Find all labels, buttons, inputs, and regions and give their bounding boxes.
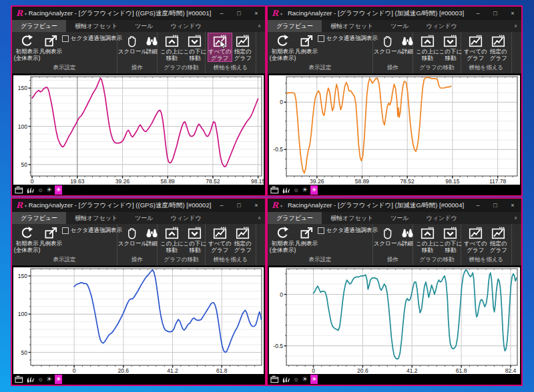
brightness-low-icon[interactable]: ☼ (37, 185, 43, 195)
export-window-icon[interactable] (270, 186, 279, 194)
maximize-button[interactable]: □ (230, 10, 248, 17)
tab-tools[interactable]: ツール (126, 212, 162, 224)
minimize-button[interactable]: – (213, 10, 230, 17)
align-all-graphs-button[interactable]: すべてのグラフ (208, 225, 232, 253)
export-window-icon[interactable] (15, 375, 23, 383)
tab-graph-view[interactable]: グラフビュー (268, 20, 322, 32)
maximize-button[interactable]: □ (487, 202, 504, 209)
tab-graph-view[interactable]: グラフビュー (12, 212, 66, 224)
app-logo-icon[interactable]: R (16, 201, 23, 210)
app-logo-icon[interactable]: R (16, 9, 23, 18)
sector-highlight-checkbox[interactable]: セクタ通過強調表示 (62, 35, 122, 43)
tab-tools[interactable]: ツール (382, 20, 417, 32)
scroll-button[interactable]: スクロール (120, 225, 145, 247)
brightness-mid-icon[interactable]: ☀ (46, 375, 52, 384)
tab-window[interactable]: ウィンドウ (162, 20, 210, 32)
titlebar[interactable]: R ▾ RacingAnalyzer - [グラフウィンドウ] (加減速G/時間… (268, 7, 521, 20)
claw-pan-icon[interactable] (282, 186, 290, 194)
legend-button[interactable]: 凡例表示 (295, 225, 318, 247)
reset-view-button[interactable]: 初期表示(全体表示) (270, 33, 295, 61)
close-button[interactable]: × (248, 202, 265, 209)
tab-graph-view[interactable]: グラフビュー (268, 212, 322, 224)
export-window-icon[interactable] (15, 186, 23, 194)
brightness-low-icon[interactable]: ☼ (293, 375, 299, 384)
align-all-graphs-button[interactable]: すべてのグラフ (464, 33, 487, 61)
detail-button[interactable]: 詳細 (145, 33, 159, 55)
scroll-button[interactable]: スクロール (376, 33, 400, 55)
claw-pan-icon[interactable] (26, 186, 35, 194)
align-specified-graph-button[interactable]: 指定のグラフ (487, 225, 510, 253)
tab-graph-view[interactable]: グラフビュー (12, 20, 66, 32)
reset-view-button[interactable]: 初期表示(全体表示) (15, 33, 39, 61)
brightness-low-icon[interactable]: ☼ (37, 375, 43, 384)
brightness-high-icon[interactable]: ☀ (55, 375, 62, 384)
move-up-button[interactable]: この上に移動 (416, 33, 439, 61)
align-specified-graph-button[interactable]: 指定のグラフ (232, 225, 254, 253)
export-window-icon[interactable] (270, 375, 279, 383)
tab-axis-offset[interactable]: 横軸オフセット (66, 212, 126, 224)
minimize-button[interactable]: – (469, 10, 487, 17)
reset-view-button[interactable]: 初期表示(全体表示) (15, 225, 39, 253)
legend-button[interactable]: 凡例表示 (295, 33, 318, 55)
move-up-button[interactable]: この上に移動 (416, 225, 439, 253)
reset-view-button[interactable]: 初期表示(全体表示) (270, 225, 295, 253)
tab-axis-offset[interactable]: 横軸オフセット (322, 212, 382, 224)
claw-pan-icon[interactable] (282, 375, 290, 383)
move-down-button[interactable]: この下に移動 (439, 33, 463, 61)
maximize-button[interactable]: □ (230, 202, 248, 209)
brightness-low-icon[interactable]: ☼ (293, 185, 299, 195)
sector-highlight-checkbox[interactable]: セクタ通過強調表示 (318, 227, 378, 235)
tab-axis-offset[interactable]: 横軸オフセット (66, 20, 126, 32)
sector-highlight-checkbox[interactable]: セクタ通過強調表示 (62, 227, 122, 235)
align-specified-graph-button[interactable]: 指定のグラフ (487, 33, 510, 61)
chart-canvas[interactable]: 019.6339.2658.8978.5298.1550100150 (13, 75, 264, 185)
chart-canvas[interactable]: 020.641.261.882.40-0.5 (269, 267, 519, 374)
brightness-mid-icon[interactable]: ☀ (46, 185, 52, 195)
detail-button[interactable]: 詳細 (400, 33, 415, 55)
tab-axis-offset[interactable]: 横軸オフセット (322, 20, 382, 32)
minimize-button[interactable]: – (469, 202, 487, 209)
app-logo-icon[interactable]: R (272, 9, 278, 18)
titlebar[interactable]: R ▾ RacingAnalyzer - [グラフウィンドウ] ((GPS)速度… (12, 199, 265, 212)
tab-tools[interactable]: ツール (126, 20, 162, 32)
move-down-button[interactable]: この下に移動 (184, 33, 207, 61)
close-button[interactable]: × (248, 10, 265, 17)
ribbon-collapse-icon[interactable]: ∧ (258, 215, 261, 221)
move-up-button[interactable]: この上に移動 (160, 33, 184, 61)
titlebar[interactable]: R ▾ RacingAnalyzer - [グラフウィンドウ] ((GPS)速度… (12, 7, 265, 20)
ribbon-collapse-icon[interactable]: ∧ (514, 215, 517, 221)
minimize-button[interactable]: – (213, 202, 230, 209)
tab-window[interactable]: ウィンドウ (418, 20, 466, 32)
chart-canvas[interactable]: 39.2658.8978.5298.15117.780-0.5 (269, 75, 519, 185)
align-specified-graph-button[interactable]: 指定のグラフ (232, 33, 254, 61)
scroll-button[interactable]: スクロール (120, 33, 145, 55)
tab-window[interactable]: ウィンドウ (418, 212, 466, 224)
brightness-high-icon[interactable]: ☀ (310, 375, 318, 384)
chart-canvas[interactable]: 020.641.261.850100150 (13, 267, 264, 374)
detail-button[interactable]: 詳細 (145, 225, 159, 247)
close-button[interactable]: × (504, 202, 521, 209)
brightness-high-icon[interactable]: ☀ (310, 185, 318, 195)
move-down-button[interactable]: この下に移動 (184, 225, 207, 253)
move-down-button[interactable]: この下に移動 (439, 225, 463, 253)
detail-button[interactable]: 詳細 (400, 225, 415, 247)
legend-button[interactable]: 凡例表示 (39, 33, 62, 55)
tab-tools[interactable]: ツール (382, 212, 417, 224)
sector-highlight-checkbox[interactable]: セクタ通過強調表示 (318, 35, 378, 43)
scroll-button[interactable]: スクロール (376, 225, 400, 247)
ribbon-collapse-icon[interactable]: ∧ (258, 23, 261, 29)
brightness-high-icon[interactable]: ☀ (55, 185, 62, 195)
ribbon-collapse-icon[interactable]: ∧ (514, 23, 517, 29)
brightness-mid-icon[interactable]: ☀ (302, 185, 308, 195)
align-all-graphs-button[interactable]: すべてのグラフ (464, 225, 487, 253)
tab-window[interactable]: ウィンドウ (162, 212, 210, 224)
legend-button[interactable]: 凡例表示 (39, 225, 62, 247)
titlebar[interactable]: R ▾ RacingAnalyzer - [グラフウィンドウ] (加減速G/時間… (268, 199, 521, 212)
claw-pan-icon[interactable] (26, 375, 35, 383)
group-label-display: 表示設定 (268, 64, 372, 73)
close-button[interactable]: × (504, 10, 521, 17)
maximize-button[interactable]: □ (487, 10, 504, 17)
app-logo-icon[interactable]: R (272, 201, 278, 210)
brightness-mid-icon[interactable]: ☀ (302, 375, 308, 384)
move-up-button[interactable]: この上に移動 (160, 225, 184, 253)
